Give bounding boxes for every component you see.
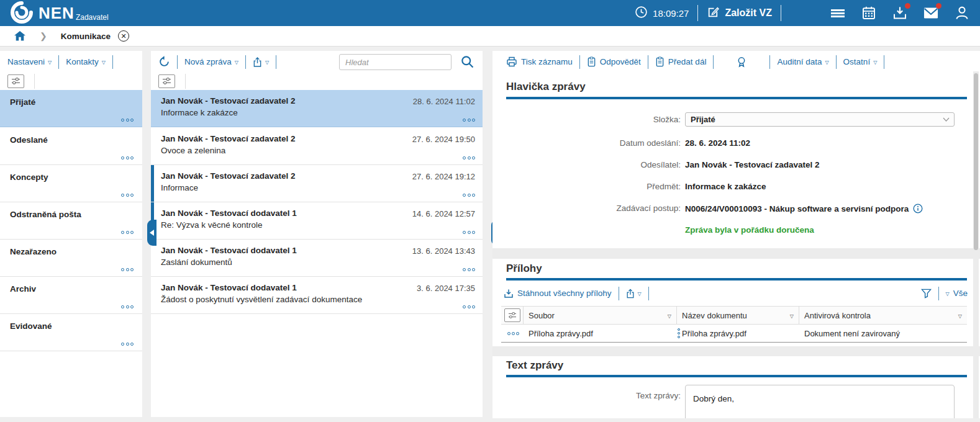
search-input[interactable]: [339, 54, 451, 70]
toolbar-divider: [58, 55, 59, 69]
attachment-row[interactable]: Příloha zprávy.pdf Příloha zprávy.pdf Do…: [501, 325, 967, 343]
more-options-icon[interactable]: [120, 194, 134, 197]
audit-data-menu[interactable]: Auditní data: [777, 57, 822, 66]
delivery-status: Zpráva byla v pořádku doručena: [685, 225, 814, 235]
other-menu[interactable]: Ostatní: [843, 57, 871, 66]
new-message-button[interactable]: Nová zpráva: [184, 57, 232, 66]
folder-item-archiv[interactable]: Archiv: [0, 277, 142, 314]
toolbar-divider: [34, 74, 35, 89]
info-icon[interactable]: [913, 204, 923, 213]
column-header-antivirus[interactable]: Antivirová kontrola: [799, 307, 967, 324]
message-row[interactable]: Jan Novák - Testovací dodavatel 1 Žádost…: [151, 277, 483, 314]
sort-icon[interactable]: [668, 311, 671, 320]
section-title-message-text: Text zprávy: [506, 359, 563, 372]
toolbar-divider: [245, 55, 246, 69]
refresh-icon[interactable]: [158, 56, 170, 68]
folder-item-prijate[interactable]: Přijaté: [0, 90, 142, 127]
more-options-icon[interactable]: [120, 231, 134, 234]
chevron-down-icon: [235, 57, 238, 66]
toolbar-divider: [884, 55, 884, 69]
close-tab-icon[interactable]: ✕: [118, 30, 129, 42]
forward-button[interactable]: Předat dál: [668, 57, 707, 66]
chevron-down-icon: [873, 57, 877, 66]
sender-value: Jan Novák - Testovací zadavatel 2: [685, 160, 820, 169]
more-options-icon[interactable]: [461, 231, 476, 234]
calendar-icon[interactable]: [861, 5, 877, 21]
breadcrumb-page-title[interactable]: Komunikace: [61, 32, 111, 41]
message-list-panel: Nová zpráva Jan Novák - Testovací zadava…: [151, 51, 483, 417]
downloads-icon[interactable]: [892, 5, 908, 21]
message-row[interactable]: Jan Novák - Testovací dodavatel 1 Zaslán…: [151, 240, 483, 277]
contacts-menu[interactable]: Kontakty: [66, 57, 99, 66]
view-settings-icon[interactable]: [7, 74, 24, 88]
export-icon[interactable]: [253, 56, 262, 68]
folder-item-koncepty[interactable]: Koncepty: [0, 165, 142, 202]
toolbar-divider: [619, 287, 619, 300]
create-vz-button[interactable]: Založit VZ: [725, 7, 772, 19]
more-options-icon[interactable]: [461, 156, 476, 159]
compose-icon: [707, 6, 720, 20]
settings-menu[interactable]: Nastaveni: [7, 57, 45, 66]
more-options-icon[interactable]: [120, 305, 134, 308]
chevron-down-icon: [265, 57, 269, 66]
sort-icon[interactable]: [790, 311, 794, 320]
column-header-doc-name[interactable]: Název dokumentu: [677, 307, 799, 324]
folder-item-evidovane[interactable]: Evidované: [0, 314, 142, 351]
collapse-left-panel-handle[interactable]: [147, 220, 157, 246]
more-options-icon[interactable]: [461, 305, 476, 308]
download-all-button[interactable]: Stáhnout všechny přílohy: [517, 289, 612, 298]
filter-icon[interactable]: [921, 289, 932, 299]
folder-item-odeslane[interactable]: Odeslané: [0, 128, 142, 165]
section-rule: [506, 278, 967, 281]
menu-icon[interactable]: [830, 5, 846, 21]
reply-button[interactable]: Odpovědět: [600, 57, 641, 66]
column-header-file[interactable]: Soubor: [524, 307, 677, 324]
export-icon[interactable]: [626, 289, 635, 299]
more-options-icon[interactable]: [461, 119, 476, 122]
search-icon[interactable]: [461, 55, 474, 70]
certificate-icon[interactable]: [737, 56, 746, 68]
clock-icon: [635, 6, 648, 20]
breadcrumb-chevron-icon: ❯: [40, 31, 47, 41]
download-all-icon: [504, 289, 514, 299]
subject-label: Předmět:: [504, 182, 681, 191]
print-record-button[interactable]: Tisk záznamu: [521, 57, 573, 66]
view-settings-icon[interactable]: [158, 74, 175, 88]
more-options-icon[interactable]: [120, 268, 134, 271]
detail-toolbar: Tisk záznamu Odpovědět Předat dál Auditn…: [492, 51, 980, 73]
message-row[interactable]: Jan Novák - Testovací zadavatel 2 Ovoce …: [151, 128, 483, 165]
row-options-cell: [501, 325, 524, 342]
chevron-down-icon: [638, 289, 642, 298]
filter-all-button[interactable]: Vše: [953, 289, 968, 298]
folders-panel: Nastaveni Kontakty Přijaté Odeslané Konc…: [0, 51, 142, 417]
section-title-message-header: Hlavička zprávy: [506, 81, 586, 93]
message-text-area[interactable]: Dobrý den,: [685, 385, 955, 418]
message-row[interactable]: Jan Novák - Testovací zadavatel 2 Inform…: [151, 90, 483, 127]
message-row[interactable]: Jan Novák - Testovací dodavatel 1 Re: Vý…: [151, 202, 483, 240]
more-options-icon[interactable]: [461, 268, 476, 271]
folder-item-odstranena-posta[interactable]: Odstraněná pošta: [0, 202, 142, 240]
topbar-divider: [697, 5, 698, 21]
more-options-icon[interactable]: [120, 119, 134, 122]
user-icon[interactable]: [954, 5, 970, 21]
home-icon[interactable]: [14, 30, 26, 42]
antivirus-cell: Dokument není zavirovaný: [799, 325, 967, 342]
sort-icon[interactable]: [958, 311, 962, 320]
app-root: NEN Zadavatel 18:09:27 Založit VZ: [0, 0, 980, 422]
mail-icon[interactable]: [923, 5, 939, 21]
more-options-icon[interactable]: [120, 343, 134, 346]
nen-logo[interactable]: NEN Zadavatel: [10, 1, 109, 26]
toolbar-divider: [185, 74, 186, 89]
view-settings-icon[interactable]: [504, 308, 520, 322]
more-options-icon[interactable]: [461, 194, 476, 197]
procedure-value: N006/24/V00010093 - Nákup software a ser…: [685, 204, 923, 213]
more-options-icon[interactable]: [506, 332, 519, 335]
scrollbar-thumb[interactable]: [974, 73, 978, 250]
scrollbar[interactable]: [973, 71, 979, 418]
folder-item-nezarazeno[interactable]: Nezařazeno: [0, 240, 142, 277]
more-options-icon[interactable]: [120, 156, 134, 159]
folder-select[interactable]: Přijaté: [685, 112, 955, 127]
file-cell[interactable]: Příloha zprávy.pdf: [524, 325, 677, 342]
message-row[interactable]: Jan Novák - Testovací zadavatel 2 Inform…: [151, 165, 483, 202]
toolbar-divider: [713, 55, 714, 69]
